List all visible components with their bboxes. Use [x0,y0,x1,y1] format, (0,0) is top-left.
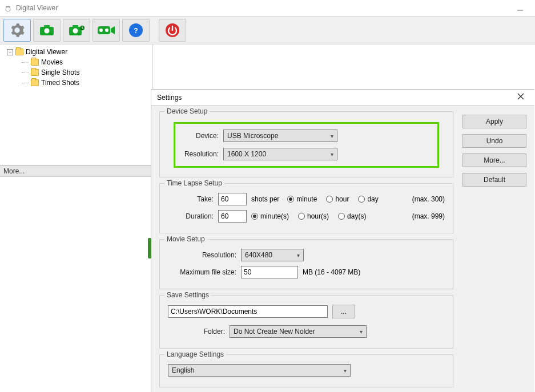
radio-label: day(s) [347,212,366,220]
movie-setup-group: Movie Setup Resolution: 640X480 ▾ Maximu… [159,239,453,289]
button-label: Apply [486,118,503,126]
browse-button[interactable]: ... [332,305,355,318]
radio-label: day [367,195,378,203]
tree-item-timed-shots[interactable]: Timed Shots [2,78,150,88]
camera-icon [39,24,55,37]
duration-unit-minutes-radio[interactable]: minute(s) [251,212,289,220]
button-label: More... [484,156,505,164]
device-resolution-value: 1600 X 1200 [227,150,266,158]
device-resolution-select[interactable]: 1600 X 1200 ▾ [223,148,337,160]
apply-button[interactable]: Apply [462,115,526,128]
app-icon [3,3,13,13]
browse-label: ... [341,308,347,316]
default-button[interactable]: Default [462,173,526,187]
more-strip[interactable]: More... [0,165,152,177]
svg-rect-7 [73,25,78,28]
folder-mode-value: Do Not Create New Nolder [234,328,315,336]
group-legend: Language Settings [164,350,226,358]
snapshot-button[interactable] [33,19,61,42]
device-select[interactable]: USB Microscope ▾ [223,130,337,142]
chevron-down-icon: ▾ [360,329,363,335]
dialog-titlebar: Settings [151,90,534,106]
tree-item-movies[interactable]: Movies [2,57,150,67]
chevron-down-icon: ▾ [331,133,333,139]
left-pane: − Digital Viewer Movies Single Shots [0,45,153,392]
tree-item-single-shots[interactable]: Single Shots [2,67,150,78]
svg-point-8 [73,29,78,34]
tree-item-label: Single Shots [41,68,79,76]
minimize-button[interactable] [509,1,532,15]
shots-per-label: shots per [251,195,279,203]
svg-text:?: ? [134,27,138,35]
movie-resolution-label: Resolution: [168,251,236,259]
resolution-label: Resolution: [180,150,219,158]
svg-rect-4 [44,25,50,28]
radio-label: hour(s) [307,212,329,220]
device-highlight: Device: USB Microscope ▾ Resolution: 160… [174,122,439,168]
language-select[interactable]: English ▾ [168,364,351,377]
settings-button[interactable] [3,19,31,42]
more-button[interactable]: More... [462,153,526,167]
duration-max-hint: (max. 999) [412,212,445,220]
group-legend: Save Settings [164,291,211,299]
record-button[interactable] [92,19,120,42]
group-legend: Movie Setup [164,235,207,243]
take-label: Take: [168,195,214,203]
svg-point-0 [6,7,10,11]
movie-resolution-select[interactable]: 640X480 ▾ [241,249,304,261]
button-label: Default [484,176,505,184]
save-path-input[interactable] [168,305,328,318]
take-max-hint: (max. 300) [412,195,445,203]
radio-label: minute [296,195,317,203]
help-button[interactable]: ? [122,19,150,42]
max-size-input[interactable] [241,266,298,278]
take-unit-minute-radio[interactable]: minute [287,195,317,203]
tree-root[interactable]: − Digital Viewer [2,47,150,57]
device-setup-group: Device Setup Device: USB Microscope ▾ Re… [159,111,453,177]
folder-icon [31,69,39,76]
folder-icon [31,79,39,86]
save-settings-group: Save Settings ... Folder: Do Not Create … [159,295,453,349]
help-icon: ? [128,23,143,38]
close-icon [517,92,525,100]
timed-snapshot-button[interactable] [63,19,90,42]
splitter-handle[interactable] [148,238,151,258]
app-title: Digital Viewer [16,4,58,12]
time-lapse-group: Time Lapse Setup Take: shots per minute … [159,183,453,233]
duration-unit-days-radio[interactable]: day(s) [338,212,366,220]
folder-icon [15,49,23,55]
close-button[interactable] [513,92,529,103]
collapse-icon[interactable]: − [7,49,13,55]
folder-label: Folder: [168,328,225,336]
device-value: USB Microscope [227,132,278,140]
exit-button[interactable] [159,19,186,42]
language-value: English [172,366,194,374]
duration-input[interactable] [218,210,247,223]
chevron-down-icon: ▾ [331,151,333,157]
tree-item-label: Timed Shots [41,79,79,87]
preview-pane [0,177,152,392]
undo-button[interactable]: Undo [462,134,526,148]
max-size-label: Maximum file size: [168,268,236,276]
group-legend: Device Setup [164,107,210,115]
gear-icon [9,22,25,38]
max-size-hint: MB (16 - 4097 MB) [303,268,360,276]
take-unit-hour-radio[interactable]: hour [326,195,349,203]
titlebar: Digital Viewer [0,0,535,16]
chevron-down-icon: ▾ [344,367,347,374]
dialog-title: Settings [157,94,182,102]
folder-icon [31,59,39,66]
svg-point-11 [99,29,103,32]
svg-point-12 [105,29,108,32]
duration-unit-hours-radio[interactable]: hour(s) [298,212,329,220]
chevron-down-icon: ▾ [297,252,300,258]
language-settings-group: Language Settings English ▾ [159,354,453,387]
settings-dialog: Settings Device Setup Device: USB Micros… [151,89,534,392]
take-input[interactable] [218,193,247,205]
folder-mode-select[interactable]: Do Not Create New Nolder ▾ [230,325,367,338]
take-unit-day-radio[interactable]: day [358,195,378,203]
svg-rect-1 [6,6,10,7]
folder-tree[interactable]: − Digital Viewer Movies Single Shots [0,45,152,165]
app-window: Digital Viewer ? [0,0,535,392]
tree-item-label: Movies [41,58,63,66]
